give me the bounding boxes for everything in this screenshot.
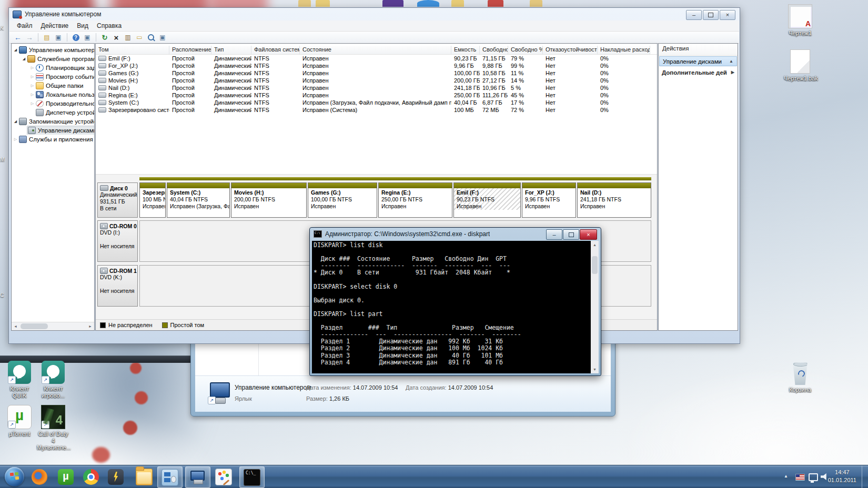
console-area[interactable]: DISKPART> list disk Диск ### Состояние Р… xyxy=(312,241,599,373)
props-icon[interactable] xyxy=(123,33,133,42)
tree-item-1[interactable]: ◢Служебные программы xyxy=(12,54,94,63)
partition-7[interactable]: Nail (D:)241,18 ГБ NTFSИсправен xyxy=(577,182,651,218)
taskbar-firefox[interactable] xyxy=(27,466,52,487)
close-button[interactable]: × xyxy=(580,229,597,240)
partition-5[interactable]: Emil (F:)90,23 ГБ NTFSИсправен xyxy=(453,182,521,218)
taskbar-cmd[interactable] xyxy=(239,466,265,488)
column-header-8[interactable]: Отказоустойчивость xyxy=(543,46,598,54)
collapsed-arrow-icon[interactable]: ▷ xyxy=(29,84,35,88)
cdrom-label[interactable]: CD-ROM 0DVD (I:) Нет носителя xyxy=(97,220,138,262)
desktop-icon-cod[interactable]: ↗Call of Duty 4 Мультипле... xyxy=(37,405,69,451)
actions-item-disk-management[interactable]: Управление дисками▲ xyxy=(659,56,737,66)
disk-0-label[interactable]: Диск 0 Динамический 931,51 ГБ В сети xyxy=(97,182,138,218)
console-icon[interactable] xyxy=(53,33,64,42)
window-icon[interactable] xyxy=(82,33,93,42)
column-header-3[interactable]: Файловая система xyxy=(251,46,300,54)
start-button[interactable] xyxy=(5,467,24,486)
collapsed-arrow-icon[interactable]: ▷ xyxy=(29,101,35,106)
menu-item-1[interactable]: Действие xyxy=(37,21,73,30)
forward-icon[interactable] xyxy=(24,33,35,42)
expanded-arrow-icon[interactable]: ◢ xyxy=(21,57,27,61)
taskbar-folder[interactable] xyxy=(132,466,156,487)
delete-icon[interactable] xyxy=(111,33,122,42)
scrollbar-thumb[interactable] xyxy=(592,256,598,274)
partition-2[interactable]: Movies (H:)200,00 ГБ NTFSИсправен xyxy=(231,182,307,218)
maximize-button[interactable] xyxy=(563,229,579,240)
column-header-2[interactable]: Тип xyxy=(211,46,251,54)
tree-item-7[interactable]: Диспетчер устройств xyxy=(12,108,94,117)
partition-1[interactable]: System (C:)40,04 ГБ NTFSИсправен (Загруз… xyxy=(167,182,230,218)
keyboard-layout-icon[interactable] xyxy=(795,474,805,481)
tree-item-0[interactable]: ◢Управление компьютером (л xyxy=(12,45,94,54)
column-header-5[interactable]: Емкость xyxy=(451,46,480,54)
partition-0[interactable]: Зарезерв100 МБ NИсправен xyxy=(139,182,166,218)
desktop-icon-bin[interactable]: Корзина xyxy=(784,362,816,393)
column-header-4[interactable]: Состояние xyxy=(300,46,451,54)
volume-row-2[interactable]: Games (G:)ПростойДинамическийNTFSИсправе… xyxy=(96,69,657,77)
taskbar-chrome[interactable] xyxy=(79,466,103,487)
menu-item-0[interactable]: Файл xyxy=(13,21,37,30)
close-button[interactable]: × xyxy=(720,10,735,20)
desktop-icon-utorrent[interactable]: ↗µTorrent xyxy=(3,405,36,438)
collapsed-arrow-icon[interactable]: ▷ xyxy=(29,75,35,79)
collapsed-arrow-icon[interactable]: ▷ xyxy=(29,93,35,97)
find-icon[interactable] xyxy=(146,33,156,42)
open-icon[interactable] xyxy=(134,33,145,42)
tree-item-6[interactable]: ▷Производительность xyxy=(12,99,94,108)
taskbar-admin[interactable] xyxy=(157,466,183,488)
collapsed-arrow-icon[interactable]: ▷ xyxy=(13,137,18,141)
column-header-0[interactable]: Том xyxy=(96,46,169,54)
volume-row-1[interactable]: For_XP (J:)ПростойДинамическийNTFSИсправ… xyxy=(96,62,657,69)
partition-4[interactable]: Regina (E:)250,00 ГБ NTFSИсправен xyxy=(378,182,452,218)
tree-item-4[interactable]: ▷Общие папки xyxy=(12,81,94,90)
desktop-icon-bakfile[interactable]: Чертеж1.bak xyxy=(784,49,816,82)
clock[interactable]: 14:47 01.01.2011 xyxy=(828,469,856,484)
taskbar-utorrent[interactable] xyxy=(54,466,78,487)
expand-arrow-icon[interactable]: ▶ xyxy=(731,70,734,75)
desktop-icon-autocad[interactable]: Чертеж1 xyxy=(784,4,816,37)
vertical-scrollbar[interactable]: ▲ ▼ xyxy=(591,241,599,373)
scroll-right-button[interactable]: ► xyxy=(86,322,94,330)
help-icon[interactable] xyxy=(70,33,81,42)
column-header-9[interactable]: Накладные расходы xyxy=(598,46,650,54)
desktop-icon-quik[interactable]: ↗Клиент игрово... xyxy=(37,361,69,399)
network-icon[interactable] xyxy=(809,473,818,481)
scroll-left-button[interactable]: ◄ xyxy=(12,322,19,330)
partition-3[interactable]: Games (G:)100,00 ГБ NTFSИсправен xyxy=(308,182,377,218)
minimize-button[interactable]: – xyxy=(686,10,702,20)
column-header-7[interactable]: Свободно % xyxy=(508,46,543,54)
expanded-arrow-icon[interactable]: ◢ xyxy=(13,48,18,52)
volume-row-4[interactable]: Nail (D:)ПростойДинамическийNTFSИсправен… xyxy=(96,84,657,92)
collapsed-arrow-icon[interactable]: ▷ xyxy=(29,66,35,70)
back-icon[interactable] xyxy=(13,33,23,42)
title-bar[interactable]: Управление компьютером xyxy=(9,8,740,21)
export-icon[interactable] xyxy=(42,33,52,42)
show-desktop-button[interactable] xyxy=(862,465,868,488)
tree-item-5[interactable]: ▷Локальные пользовате xyxy=(12,90,94,99)
volume-icon[interactable] xyxy=(821,473,829,480)
taskbar-compmgmt[interactable] xyxy=(185,466,210,488)
volume-row-7[interactable]: Зарезервировано системойПростойДинамичес… xyxy=(96,106,657,114)
tree-horizontal-scrollbar[interactable]: ◄ ► xyxy=(12,322,94,330)
tree-item-3[interactable]: ▷Просмотр событий xyxy=(12,72,94,81)
tree-item-10[interactable]: ▷Службы и приложения xyxy=(12,135,94,144)
volume-row-5[interactable]: Regina (E:)ПростойДинамическийNTFSИсправ… xyxy=(96,92,657,99)
minimize-button[interactable]: – xyxy=(546,229,562,240)
hidden-icons-button[interactable]: ▲ xyxy=(784,474,788,479)
cdrom-label[interactable]: CD-ROM 1DVD (K:) Нет носителя xyxy=(97,265,138,307)
menu-item-3[interactable]: Справка xyxy=(93,21,126,30)
taskbar-paint[interactable] xyxy=(211,466,236,487)
scroll-up-button[interactable]: ▲ xyxy=(591,241,599,249)
volume-row-6[interactable]: System (C:)ПростойДинамическийNTFSИсправ… xyxy=(96,99,657,106)
expanded-arrow-icon[interactable]: ◢ xyxy=(13,119,18,124)
volume-row-0[interactable]: Emil (F:)ПростойДинамическийNTFSИсправен… xyxy=(96,55,657,62)
tree-item-2[interactable]: ▷Планировщик заданий xyxy=(12,63,94,72)
column-header-1[interactable]: Расположение xyxy=(169,46,211,54)
scrollbar-thumb[interactable] xyxy=(21,323,48,329)
monitor-icon[interactable] xyxy=(157,33,168,42)
scroll-down-button[interactable]: ▼ xyxy=(591,365,599,373)
collapse-arrow-icon[interactable]: ▲ xyxy=(729,59,733,64)
tree-item-9[interactable]: Управление дисками xyxy=(12,126,94,135)
actions-item-more-actions[interactable]: Дополнительные дей▶ xyxy=(659,68,738,77)
refresh-icon[interactable] xyxy=(99,33,110,42)
